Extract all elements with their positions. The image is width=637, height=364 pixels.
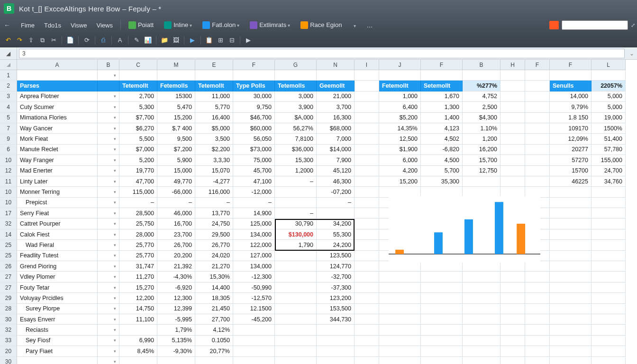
table-cell[interactable] xyxy=(592,261,626,272)
table-cell[interactable] xyxy=(119,70,157,81)
table-cell[interactable]: $7,000 xyxy=(119,145,157,155)
table-header-cell[interactable]: Senulls xyxy=(550,81,592,91)
row-header[interactable]: 2 xyxy=(0,81,17,91)
col-header[interactable]: I xyxy=(355,60,379,70)
table-cell[interactable] xyxy=(463,346,500,356)
table-cell[interactable]: 11,000 xyxy=(195,91,233,102)
table-cell[interactable]: – xyxy=(195,198,233,208)
table-cell[interactable] xyxy=(525,304,550,314)
table-cell[interactable]: $14,000 xyxy=(317,145,355,155)
table-cell[interactable] xyxy=(421,336,463,346)
table-cell[interactable] xyxy=(355,293,379,303)
col-header[interactable]: N xyxy=(317,60,355,70)
table-cell[interactable]: 46225 xyxy=(550,176,592,187)
table-cell[interactable]: – xyxy=(317,198,355,208)
table-cell[interactable] xyxy=(379,304,421,314)
table-cell[interactable]: 0.1050 xyxy=(195,336,233,346)
table-cell[interactable]: 1,670 xyxy=(421,91,463,102)
table-cell[interactable]: 7,000 xyxy=(317,134,355,144)
table-cell[interactable] xyxy=(592,293,626,303)
table-cell[interactable] xyxy=(275,282,317,293)
table-cell[interactable]: Vdley Plomer xyxy=(17,272,98,282)
menu-overflow[interactable]: ▾ xyxy=(347,20,361,31)
formula-expand-icon[interactable]: ⌄ xyxy=(627,50,637,57)
table-cell[interactable]: 12,399 xyxy=(157,304,195,314)
toolbar-btn-4[interactable]: ✂ xyxy=(49,36,58,45)
table-cell[interactable]: 5,000 xyxy=(592,102,626,112)
table-cell[interactable] xyxy=(463,336,500,346)
table-cell[interactable] xyxy=(421,70,463,81)
table-cell[interactable]: $6,270 xyxy=(119,123,157,134)
table-cell[interactable] xyxy=(275,346,317,356)
table-cell[interactable] xyxy=(463,325,500,335)
table-cell[interactable]: 6,000 xyxy=(379,155,421,165)
col-header[interactable]: M xyxy=(157,60,195,70)
table-cell[interactable] xyxy=(98,198,119,208)
embedded-chart[interactable] xyxy=(389,196,540,263)
table-header-cell[interactable]: Tetemollt xyxy=(195,81,233,91)
table-cell[interactable]: 2,700 xyxy=(119,91,157,102)
table-header-cell[interactable]: Type Polls xyxy=(233,81,275,91)
table-cell[interactable]: 109170 xyxy=(550,123,592,134)
table-cell[interactable] xyxy=(98,261,119,272)
toolbar-btn-17[interactable]: 📁 xyxy=(160,36,169,45)
table-cell[interactable] xyxy=(275,314,317,325)
table-cell[interactable]: 123,200 xyxy=(317,293,355,303)
table-cell[interactable] xyxy=(317,208,355,218)
table-cell[interactable] xyxy=(355,176,379,187)
table-cell[interactable] xyxy=(317,336,355,346)
table-cell[interactable] xyxy=(98,145,119,155)
table-cell[interactable] xyxy=(500,91,525,102)
table-cell[interactable] xyxy=(525,261,550,272)
table-cell[interactable] xyxy=(592,314,626,325)
table-cell[interactable] xyxy=(98,229,119,240)
table-cell[interactable] xyxy=(275,325,317,335)
table-cell[interactable]: Serry Fieat xyxy=(17,208,98,218)
table-cell[interactable] xyxy=(355,70,379,81)
table-cell[interactable]: 12.1500 xyxy=(233,304,275,314)
table-cell[interactable]: 1,000 xyxy=(379,91,421,102)
table-cell[interactable]: -37,300 xyxy=(317,282,355,293)
table-cell[interactable] xyxy=(525,134,550,144)
table-cell[interactable]: 20,200 xyxy=(157,251,195,261)
table-cell[interactable]: 26,770 xyxy=(195,240,233,250)
table-cell[interactable] xyxy=(463,176,500,187)
table-cell[interactable] xyxy=(500,145,525,155)
table-cell[interactable]: 5,500 xyxy=(119,134,157,144)
table-cell[interactable] xyxy=(355,145,379,155)
table-cell[interactable]: -6,820 xyxy=(421,145,463,155)
table-cell[interactable]: 46,300 xyxy=(317,176,355,187)
row-header[interactable]: 30 xyxy=(0,314,17,325)
table-cell[interactable] xyxy=(98,166,119,176)
table-cell[interactable] xyxy=(550,336,592,346)
table-cell[interactable] xyxy=(355,251,379,261)
table-cell[interactable] xyxy=(550,346,592,356)
table-cell[interactable] xyxy=(592,229,626,240)
table-cell[interactable]: Esays Enverr xyxy=(17,314,98,325)
table-cell[interactable] xyxy=(421,325,463,335)
table-cell[interactable]: – xyxy=(275,208,317,218)
menu-btn-inline[interactable]: Inline▾ xyxy=(159,19,197,31)
table-cell[interactable] xyxy=(525,91,550,102)
table-cell[interactable] xyxy=(98,240,119,250)
row-header[interactable]: 27 xyxy=(0,282,17,293)
table-cell[interactable] xyxy=(195,70,233,81)
table-cell[interactable] xyxy=(592,336,626,346)
table-cell[interactable] xyxy=(355,325,379,335)
table-cell[interactable]: 11,270 xyxy=(119,272,157,282)
table-cell[interactable]: 155,000 xyxy=(592,155,626,165)
table-cell[interactable]: 4,752 xyxy=(463,91,500,102)
table-cell[interactable] xyxy=(355,123,379,134)
table-cell[interactable]: $A,000 xyxy=(275,113,317,123)
table-cell[interactable] xyxy=(275,357,317,364)
table-cell[interactable] xyxy=(525,293,550,303)
table-cell[interactable] xyxy=(317,325,355,335)
table-header-cell[interactable] xyxy=(355,81,379,91)
table-cell[interactable]: 15,700 xyxy=(463,155,500,165)
table-cell[interactable]: 75,000 xyxy=(233,155,275,165)
table-cell[interactable] xyxy=(355,113,379,123)
menu-btn-poiatt[interactable]: Poiatt xyxy=(124,19,158,31)
menu-viswe[interactable]: Viswe xyxy=(66,20,91,31)
table-cell[interactable] xyxy=(98,123,119,134)
table-cell[interactable] xyxy=(421,304,463,314)
